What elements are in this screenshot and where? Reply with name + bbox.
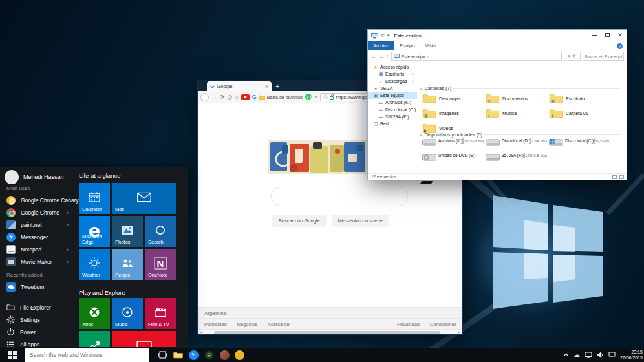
scroll-right-arrow[interactable]: [458, 331, 460, 334]
explorer-search-input[interactable]: [583, 52, 624, 61]
scrollbar-thumb[interactable]: [214, 331, 440, 335]
up-button[interactable]: ↑: [386, 53, 389, 59]
taskbar-clock[interactable]: 23:15 27/06/2015: [620, 349, 643, 361]
tile-onenote[interactable]: N OneNote: [145, 249, 176, 280]
taskbar-app[interactable]: [219, 350, 230, 360]
overflow-chevron-icon[interactable]: »: [314, 94, 317, 100]
ribbon-tab-equipo[interactable]: Equipo: [394, 41, 420, 50]
refresh-button[interactable]: ▾⟳: [564, 52, 581, 61]
home-button[interactable]: ⌂: [235, 94, 238, 100]
user-profile[interactable]: Mehedi Hassan: [5, 170, 64, 184]
tile-calendar[interactable]: Calendar: [79, 183, 110, 214]
chevron-right-icon[interactable]: ›: [67, 209, 69, 216]
qat-refresh-icon[interactable]: ↻: [381, 33, 385, 38]
nav-vega[interactable]: ●VEGA: [368, 85, 417, 92]
link-acercade[interactable]: Acerca de: [268, 321, 290, 327]
scroll-left-arrow[interactable]: [200, 331, 202, 334]
reload-button[interactable]: ⟳: [220, 94, 225, 100]
folder-documentos[interactable]: ▤Documentos: [486, 92, 548, 105]
link-publicidad[interactable]: Publicidad: [204, 321, 227, 327]
help-icon[interactable]: ?: [617, 43, 623, 49]
back-button[interactable]: ←: [370, 53, 376, 59]
nav-desktop[interactable]: ▦Escritorio✦: [368, 70, 417, 78]
nav-drive-k[interactable]: ▬Archivos (K:): [368, 99, 417, 106]
drive-f[interactable]: 35729A (F:)1,95 GB disponibles de 7,22 G…: [486, 153, 548, 167]
tile-money-partial[interactable]: [79, 331, 110, 347]
tile-music[interactable]: Music: [112, 298, 143, 329]
action-center-icon[interactable]: [608, 352, 616, 358]
chevron-right-icon[interactable]: ›: [67, 246, 69, 253]
nav-drive-f[interactable]: ▬35729A (F:): [368, 113, 417, 120]
whatsapp-bookmark-icon[interactable]: [305, 94, 312, 100]
tab-close-icon[interactable]: ×: [265, 83, 268, 90]
start-settings[interactable]: Settings: [0, 314, 76, 326]
ribbon-tab-archivo[interactable]: Archivo: [368, 41, 394, 50]
network-icon[interactable]: [585, 352, 592, 358]
chevron-right-icon[interactable]: ›: [67, 222, 69, 228]
tile-photos[interactable]: Photos: [112, 216, 143, 247]
volume-icon[interactable]: [597, 352, 604, 358]
start-power[interactable]: Power: [0, 326, 76, 338]
nav-quick-access[interactable]: ★Acceso rápido: [368, 63, 417, 70]
drive-dvd-e[interactable]: Unidad de DVD (E:): [422, 153, 484, 167]
folder-imagenes[interactable]: ▩Imágenes: [422, 107, 484, 120]
avatar[interactable]: [5, 170, 19, 184]
forward-button[interactable]: →: [378, 53, 384, 59]
app-messenger[interactable]: Messenger: [0, 231, 76, 243]
nav-network[interactable]: ◫Red: [368, 120, 417, 127]
maximize-button[interactable]: [601, 30, 614, 40]
folder-escritorio[interactable]: ▦Escritorio: [549, 92, 611, 105]
onedrive-cloud-icon[interactable]: ☁: [574, 352, 580, 358]
app-tweetium[interactable]: Tweetium: [0, 281, 76, 293]
chevron-right-icon[interactable]: ›: [67, 259, 69, 265]
close-button[interactable]: ✕: [614, 30, 627, 40]
horizontal-scrollbar[interactable]: [198, 329, 462, 335]
tile-filmtv[interactable]: Film & TV: [145, 298, 176, 329]
taskbar-messenger[interactable]: [188, 350, 199, 360]
folder-carpeta01[interactable]: ◆Carpeta 01: [549, 107, 611, 120]
taskbar-file-explorer[interactable]: [173, 350, 183, 360]
link-condiciones[interactable]: Condiciones: [430, 321, 456, 327]
task-view-button[interactable]: [157, 350, 167, 360]
thumbnail-view-icon[interactable]: [619, 175, 624, 179]
link-privacidad[interactable]: Privacidad: [397, 321, 420, 327]
forward-button[interactable]: →: [211, 94, 217, 100]
start-file-explorer[interactable]: File Explorer: [0, 301, 76, 314]
details-view-icon[interactable]: [612, 175, 617, 179]
google-doodle[interactable]: [268, 138, 368, 175]
drive-d[interactable]: Disco local (D:)1,54 TB disponibles de 1…: [486, 138, 548, 153]
qat-dropdown-icon[interactable]: ▾: [387, 33, 390, 38]
nav-downloads[interactable]: ↓Descargas✦: [368, 78, 417, 85]
drives-group-header[interactable]: ∨ Dispositivos y unidades (5): [420, 132, 620, 138]
browser-tab-google[interactable]: G Google ×: [207, 81, 272, 91]
start-button[interactable]: [0, 348, 25, 362]
history-icon[interactable]: ◷: [228, 94, 233, 100]
folders-group-header[interactable]: ∨ Carpetas (7): [420, 85, 620, 91]
bookmarks-folder[interactable]: Barra de favoritos: [259, 95, 303, 100]
feeling-lucky-button[interactable]: Me siento con suerte: [332, 215, 390, 227]
taskbar-spotify[interactable]: [204, 350, 214, 360]
taskbar-search-input[interactable]: [25, 348, 149, 362]
app-movie-maker[interactable]: Movie Maker›: [0, 255, 76, 268]
tile-weather[interactable]: Weather: [79, 249, 110, 280]
tile-search[interactable]: Search: [145, 216, 176, 247]
app-google-chrome-canary[interactable]: Google Chrome Canary›: [0, 194, 76, 206]
taskbar-app-yellow[interactable]: [234, 350, 244, 360]
nav-this-pc[interactable]: ▣Este equipo: [368, 92, 417, 99]
google-search-input[interactable]: [271, 187, 408, 206]
tile-xbox[interactable]: Xbox: [79, 298, 110, 329]
ribbon-tab-vista[interactable]: Vista: [420, 41, 441, 50]
tile-promo-partial[interactable]: [112, 331, 176, 347]
google-search-button[interactable]: Buscar con Google: [272, 215, 327, 227]
youtube-bookmark-icon[interactable]: [241, 94, 250, 100]
app-notepad[interactable]: Notepad›: [0, 243, 76, 255]
start-all-apps[interactable]: All apps: [0, 338, 76, 347]
google-bookmark-icon[interactable]: G: [252, 94, 257, 100]
info-icon[interactable]: ⓘ: [323, 94, 328, 100]
chevron-right-icon[interactable]: ›: [67, 197, 69, 204]
tile-people[interactable]: People: [112, 249, 143, 280]
folder-descargas[interactable]: ↓Descargas: [422, 92, 484, 105]
drive-archivos-k[interactable]: Archivos (K:)102 GB disponibles de 465 G…: [422, 138, 484, 153]
tile-mail[interactable]: Mail: [112, 183, 176, 214]
app-google-chrome[interactable]: Google Chrome›: [0, 206, 76, 218]
